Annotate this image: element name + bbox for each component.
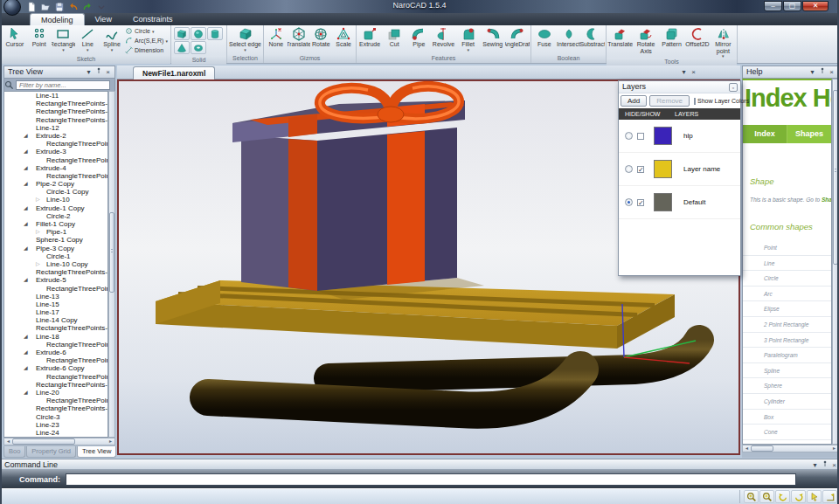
tree-item[interactable]: Line-24 — [4, 429, 107, 437]
panel-tab-tree-view[interactable]: Tree View — [77, 446, 116, 458]
tree-item[interactable]: ◢Fillet-1 Copy — [4, 220, 107, 228]
tree-item[interactable]: ◢Extrude-5 — [4, 276, 107, 284]
cut-button[interactable]: Cut — [382, 26, 406, 54]
help-shape-link-paralelogram[interactable]: Paralelogram — [743, 348, 831, 363]
tree-item[interactable]: Line-13 — [4, 293, 107, 300]
tree-item[interactable]: Circle-2 — [4, 212, 107, 220]
new-file-button[interactable] — [24, 1, 38, 13]
rotate-ccw-button[interactable] — [775, 490, 790, 503]
tree-item[interactable]: RectangleThreePoints-4 Co — [4, 107, 107, 115]
scroll-left-arrow[interactable]: ◂ — [4, 438, 12, 445]
save-file-button[interactable] — [52, 1, 66, 13]
expander-icon[interactable]: ◢ — [24, 245, 28, 252]
help-vertical-scrollbar[interactable] — [832, 79, 839, 445]
ribbon-tab-view[interactable]: View — [85, 13, 122, 25]
expander-icon[interactable]: ▷ — [36, 228, 40, 236]
document-list-dropdown-icon[interactable]: ▾ — [679, 67, 689, 77]
tree-item[interactable]: Line-17 — [4, 308, 107, 316]
tree-item[interactable]: Line-11 — [4, 92, 107, 100]
layer-color-swatch[interactable] — [654, 160, 672, 178]
expander-icon[interactable]: ◢ — [24, 333, 28, 341]
help-horizontal-scrollbar[interactable]: ◂ ▸ — [742, 445, 839, 452]
fillet-button[interactable]: Fillet▾ — [456, 26, 481, 54]
tree-item[interactable]: ◢Extrude-2 — [4, 132, 107, 140]
ribbon-tab-modeling[interactable]: Modeling — [30, 13, 85, 25]
tree-item[interactable]: RectangleThreePoints-8 — [4, 404, 107, 412]
expander-icon[interactable]: ◢ — [24, 220, 28, 228]
panel-tab-property-grid[interactable]: Property Grid — [26, 446, 76, 458]
layer-row-default[interactable]: ✓Default — [619, 186, 740, 219]
tree-item[interactable]: RectangleThreePoints-6 — [4, 324, 107, 332]
dropdown-button[interactable] — [94, 1, 108, 13]
layer-active-radio[interactable] — [625, 198, 633, 206]
tree-item[interactable]: RectangleThreePoints-5 — [4, 268, 107, 276]
layer-color-swatch[interactable] — [654, 193, 672, 211]
tree-item[interactable]: RectangleThreePoints-7 — [4, 397, 107, 404]
rotate-cw-button[interactable] — [791, 490, 806, 503]
panel-close-icon[interactable]: × — [103, 67, 113, 77]
layer-active-radio[interactable] — [625, 132, 633, 140]
expander-icon[interactable]: ◢ — [24, 164, 28, 172]
select-edge-button[interactable]: Select edge▾ — [228, 26, 262, 54]
layer-visible-checkbox[interactable]: ✓ — [637, 166, 644, 173]
tree-item[interactable]: ▷Pipe-1 — [4, 228, 107, 236]
help-tab-shapes[interactable]: Shapes — [787, 125, 831, 143]
spline-button[interactable]: Spline▾ — [100, 26, 124, 55]
tree-item[interactable]: Line-23 — [4, 421, 107, 429]
tree-item[interactable]: Line-15 — [4, 300, 107, 308]
panel-close-icon[interactable]: × — [827, 67, 836, 77]
layers-dialog[interactable]: Layers ▫ Add Remove Show Layer Colors HI… — [618, 80, 741, 276]
rotate-button[interactable]: Rotate — [310, 26, 333, 54]
view-pointer-button[interactable] — [807, 490, 822, 503]
filter-input[interactable] — [16, 80, 110, 90]
pin-icon[interactable] — [820, 460, 829, 470]
layer-visible-checkbox[interactable] — [637, 133, 644, 140]
pin-icon[interactable] — [817, 67, 827, 77]
expander-icon[interactable]: ◢ — [24, 132, 28, 140]
layer-row-layer-name[interactable]: ✓Layer name — [619, 153, 740, 186]
cone-solid-button[interactable] — [174, 41, 190, 54]
help-shape-link-elipse[interactable]: Elipse — [743, 301, 831, 317]
expander-icon[interactable]: ◢ — [24, 180, 28, 188]
line-button[interactable]: Line▾ — [75, 26, 100, 55]
layer-visible-checkbox[interactable]: ✓ — [637, 199, 644, 206]
expander-icon[interactable]: ◢ — [24, 389, 28, 397]
tree-item[interactable]: RectangleThreePoints-4 — [4, 172, 107, 180]
cylinder-solid-button[interactable] — [207, 27, 223, 40]
tree-item[interactable]: RectangleThreePoints-7 — [4, 381, 107, 389]
tree-item[interactable]: ◢Line-18 — [4, 333, 107, 341]
tree-item[interactable]: RectangleThreePoints-4 — [4, 156, 107, 164]
fuse-button[interactable]: Fuse — [532, 26, 557, 54]
help-shape-link-point[interactable]: Point — [743, 240, 831, 256]
expander-icon[interactable]: ◢ — [24, 276, 28, 284]
panel-tab-boo[interactable]: Boo — [3, 446, 25, 458]
ribbon-tab-constraints[interactable]: Constraints — [122, 13, 184, 25]
tree-vertical-scrollbar[interactable] — [108, 91, 115, 438]
expander-icon[interactable]: ◢ — [24, 364, 28, 372]
tree-item[interactable]: RectangleThreePoints-6 — [4, 356, 107, 364]
expander-icon[interactable]: ▷ — [36, 260, 40, 268]
tree-item[interactable]: ◢Extrude-6 Copy — [4, 364, 107, 372]
scroll-left-arrow[interactable]: ◂ — [743, 445, 751, 452]
tree-item[interactable]: ◢Extrude-6 — [4, 349, 107, 356]
minimize-button[interactable]: – — [764, 1, 782, 11]
dimension-button[interactable]: Dimension — [124, 45, 170, 55]
angledraft-button[interactable]: AngleDraft — [505, 26, 530, 54]
document-tab[interactable]: NewFile1.naroxml — [133, 66, 215, 79]
help-shape-link-3-point-rectangle[interactable]: 3 Point Rectangle — [743, 333, 831, 349]
layer-row-hlp[interactable]: hlp — [619, 120, 740, 153]
command-input[interactable] — [66, 473, 796, 486]
scrollbar-thumb[interactable] — [751, 445, 773, 452]
add-layer-button[interactable]: Add — [621, 95, 647, 107]
title-bar[interactable]: NaroCAD 1.5.4 –▢✕ — [2, 0, 837, 13]
torus-solid-button[interactable] — [191, 41, 206, 54]
layer-active-radio[interactable] — [625, 165, 633, 173]
sphere-solid-button[interactable] — [191, 27, 206, 40]
show-layer-colors-checkbox[interactable] — [694, 98, 696, 105]
redo-button[interactable] — [80, 1, 94, 13]
sewing-button[interactable]: Sewing — [481, 26, 505, 54]
layers-dialog-button[interactable]: ▫ — [729, 83, 738, 92]
scale-button[interactable]: Scale — [332, 26, 355, 54]
scrollbar-thumb[interactable] — [12, 438, 75, 445]
command-line-header[interactable]: Command Line ▾× — [2, 459, 839, 470]
